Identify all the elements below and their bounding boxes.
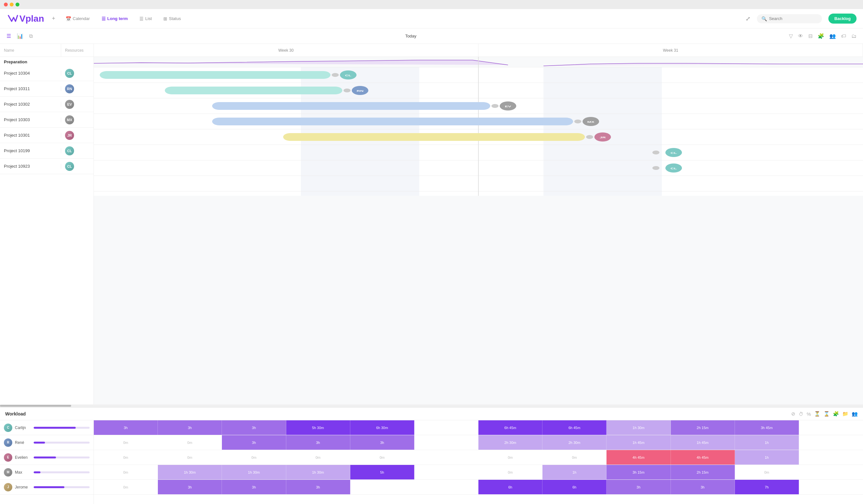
nav-item-calendar[interactable]: 📅 Calendar <box>63 15 92 23</box>
wl-circle-icon[interactable]: ⊘ <box>791 411 796 417</box>
today-button[interactable]: Today <box>405 34 417 38</box>
nav-item-list[interactable]: ☰ List <box>137 15 154 23</box>
wl-cell: 2h 15m <box>671 465 735 479</box>
wl-percent-icon[interactable]: % <box>807 411 811 417</box>
wl-cell: 3h <box>350 435 414 450</box>
wl-folder-icon[interactable]: 📁 <box>842 411 848 417</box>
wl-cell: 3h 15m <box>606 465 671 479</box>
wl-puzzle-icon[interactable]: 🧩 <box>833 411 839 417</box>
svg-rect-17 <box>165 87 342 94</box>
wl-cell: 0m <box>94 465 158 479</box>
table-row: Project 10199 CL <box>0 143 93 159</box>
project-name[interactable]: Project 10311 <box>0 86 61 91</box>
wl-cell: 0m <box>158 450 222 465</box>
wl-cell: 6h 30m <box>350 420 414 435</box>
list-item: 3h 3h 3h 5h 30m 6h 30m 6h 45m 6h 45m 1h … <box>94 420 863 435</box>
wl-clock-icon[interactable]: ⏱ <box>799 411 803 417</box>
project-name[interactable]: Project 10303 <box>0 117 61 122</box>
svg-point-14 <box>332 73 339 77</box>
project-name[interactable]: Project 10923 <box>0 164 61 169</box>
project-avatar: CL <box>61 162 93 171</box>
avatar: RN <box>65 84 74 93</box>
scroll-thumb[interactable] <box>0 405 71 407</box>
chart-view-icon[interactable]: 📊 <box>15 32 25 40</box>
wl-cell: 0m <box>478 450 542 465</box>
people-icon[interactable]: 👥 <box>828 32 837 40</box>
table-row: Project 10304 CL <box>0 66 93 81</box>
backlog-button[interactable]: Backlog <box>828 14 856 24</box>
app: Vplan + 📅 Calendar ☰ Long term ☰ List ⊞ … <box>0 9 863 504</box>
left-header: Name Resources <box>0 44 93 57</box>
project-name[interactable]: Project 10199 <box>0 148 61 153</box>
close-button[interactable] <box>4 3 8 7</box>
project-name[interactable]: Project 10302 <box>0 102 61 107</box>
svg-rect-1 <box>543 57 662 196</box>
horizontal-scrollbar[interactable] <box>0 404 863 407</box>
wl-cell: 3h <box>222 480 286 494</box>
workload-grid: 3h 3h 3h 5h 30m 6h 30m 6h 45m 6h 45m 1h … <box>94 420 863 495</box>
wl-cell: 6h 45m <box>542 420 606 435</box>
project-name[interactable]: Project 10301 <box>0 133 61 138</box>
svg-point-26 <box>574 119 581 124</box>
wl-cell: 1h 30m <box>158 465 222 479</box>
search-box: 🔍 <box>757 14 822 23</box>
filter-icon[interactable]: ▽ <box>788 32 794 40</box>
project-name[interactable]: Project 10304 <box>0 71 61 76</box>
sub-right: ▽ 👁 ⊟ 🧩 👥 🏷 🗂 <box>788 32 858 40</box>
tag-icon[interactable]: 🏷 <box>840 32 848 40</box>
wl-people-icon[interactable]: 👥 <box>852 411 858 417</box>
logo[interactable]: Vplan <box>7 13 44 25</box>
table-row: Project 10303 MX <box>0 112 93 128</box>
sub-toolbar: ☰ 📊 ⧉ Today ▽ 👁 ⊟ 🧩 👥 🏷 🗂 <box>0 28 863 44</box>
svg-text:CL: CL <box>345 74 352 77</box>
wl-cell: 5h 30m <box>286 420 350 435</box>
wl-cell: 7h <box>735 480 799 494</box>
gantt-inner: Week 30 Week 31 <box>94 44 863 196</box>
puzzle-icon[interactable]: 🧩 <box>816 32 825 40</box>
wl-cell <box>799 435 863 450</box>
wl-hourglass2-icon[interactable]: ⌛ <box>824 411 830 417</box>
layers-view-icon[interactable]: ⧉ <box>28 32 34 40</box>
svg-point-22 <box>491 104 499 108</box>
nav-item-longterm[interactable]: ☰ Long term <box>99 15 131 23</box>
gantt-right[interactable]: Week 30 Week 31 <box>94 44 863 404</box>
workload-right[interactable]: 3h 3h 3h 5h 30m 6h 30m 6h 45m 6h 45m 1h … <box>94 420 863 504</box>
avatar: CL <box>65 69 74 78</box>
maximize-button[interactable] <box>15 3 20 7</box>
eye-icon[interactable]: 👁 <box>797 32 804 40</box>
avatar: JR <box>65 131 74 140</box>
wl-cell: 0m <box>94 480 158 494</box>
expand-icon[interactable]: ⤢ <box>746 15 750 22</box>
wl-cell <box>799 480 863 494</box>
columns-icon[interactable]: ⊟ <box>807 32 814 40</box>
add-button[interactable]: + <box>50 14 57 23</box>
list-view-icon[interactable]: ☰ <box>5 32 12 40</box>
minimize-button[interactable] <box>10 3 14 7</box>
workload-left: C Carlijn R René E <box>0 420 94 504</box>
wl-cell: 3h <box>158 420 222 435</box>
wl-cell <box>799 450 863 465</box>
wl-cell: 3h <box>286 435 350 450</box>
wl-cell: 5h <box>350 465 414 479</box>
status-icon: ⊞ <box>163 16 167 21</box>
wl-cell: 0m <box>478 465 542 479</box>
table-row: Project 10311 RN <box>0 81 93 96</box>
svg-point-36 <box>652 166 660 170</box>
svg-rect-21 <box>212 102 490 110</box>
view-icons: ☰ 📊 ⧉ <box>5 32 34 40</box>
week-header-row: Week 30 Week 31 <box>94 44 863 57</box>
avatar: R <box>4 438 12 447</box>
search-input[interactable] <box>769 16 817 21</box>
person-name: Evelien <box>15 455 31 460</box>
person-workload-bar <box>34 442 90 443</box>
nav-item-status[interactable]: ⊞ Status <box>161 15 184 23</box>
wl-cell: 3h <box>94 420 158 435</box>
sub-center: Today <box>34 34 788 38</box>
wl-cell <box>414 450 478 465</box>
wl-cell: 0m <box>158 435 222 450</box>
archive-icon[interactable]: 🗂 <box>850 32 858 40</box>
wl-cell: 1h <box>735 450 799 465</box>
wl-hourglass-icon[interactable]: ⏳ <box>814 411 820 417</box>
avatar: J <box>4 483 12 491</box>
gantt-container: Name Resources Preparation Project 10304… <box>0 44 863 404</box>
